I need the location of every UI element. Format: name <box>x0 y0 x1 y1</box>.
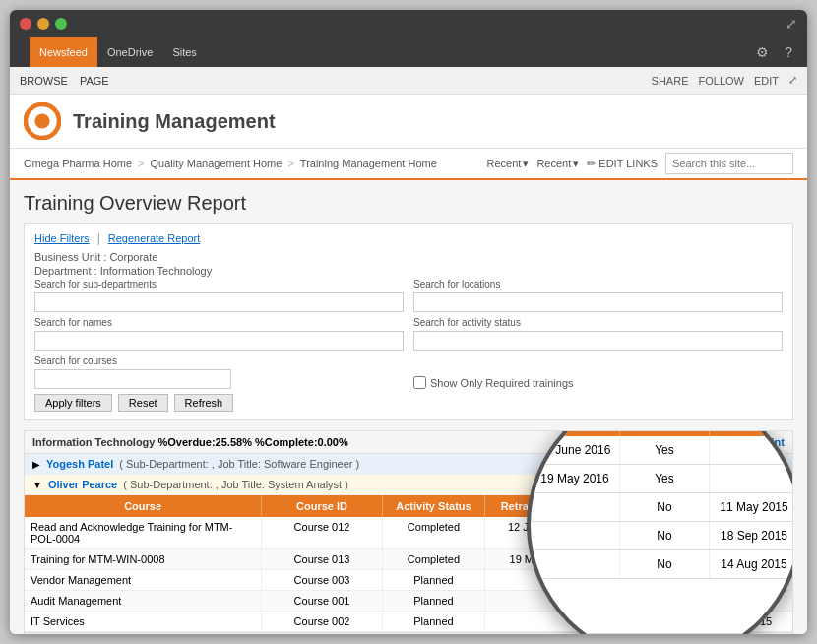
m-complete-4: No <box>620 550 710 578</box>
required-col: Show Only Required trainings <box>413 355 783 389</box>
td-courseid-2: Course 003 <box>262 570 383 590</box>
subdepts-col: Search for sub-departments <box>34 279 404 312</box>
minimize-button[interactable] <box>37 18 49 30</box>
locations-label: Search for locations <box>413 279 783 290</box>
close-button[interactable] <box>20 18 31 30</box>
focus-button[interactable]: ⤢ <box>788 74 797 87</box>
page-title: Training Overview Report <box>24 192 793 215</box>
edit-button[interactable]: EDIT <box>754 75 779 87</box>
follow-button[interactable]: FOLLOW <box>698 75 743 87</box>
summary-complete-val: 0.00 % (= 0/9*100) <box>481 633 595 634</box>
names-label: Search for names <box>34 317 404 328</box>
pct-overdue-label: %Overdue: <box>158 436 216 448</box>
names-col: Search for names <box>34 317 404 351</box>
employee-name-0[interactable]: Yogesh Patel <box>46 458 113 470</box>
breadcrumb-omega[interactable]: Omega Pharma Home <box>24 158 132 169</box>
toolbar: BROWSE PAGE SHARE FOLLOW EDIT ⤢ <box>10 67 807 95</box>
m-row-1: 19 May 2016 Yes <box>531 465 793 493</box>
nav-actions: Recent ▾ Recent ▾ ✏ EDIT LINKS <box>487 153 793 174</box>
th-status: Activity Status <box>383 495 485 517</box>
business-unit-label: Business Unit : Corporate <box>34 251 783 263</box>
m-complete-0: Yes <box>620 436 710 464</box>
settings-icon[interactable]: ⚙ <box>751 44 774 60</box>
breadcrumb-quality[interactable]: Quality Management Home <box>150 158 282 169</box>
maximize-button[interactable] <box>55 18 67 30</box>
nav-newsfeed[interactable]: Newsfeed <box>30 37 97 67</box>
magnify-overlay: Retraining Date Complete? Due Date 12 Ju… <box>527 430 793 634</box>
employee-detail-1: ( Sub-Department: , Job Title: System An… <box>123 479 348 490</box>
subdepts-input[interactable] <box>34 292 404 312</box>
page-button[interactable]: PAGE <box>80 75 109 87</box>
td-status-3: Planned <box>383 591 485 611</box>
td-status-2: Planned <box>383 570 485 590</box>
activity-label: Search for activity status <box>413 317 783 328</box>
m-row-0: 12 June 2016 Yes <box>531 436 793 465</box>
nav-breadcrumb: Omega Pharma Home > Quality Management H… <box>10 149 807 180</box>
hide-filters-link[interactable]: Hide Filters <box>34 232 90 244</box>
td-status-4: Planned <box>383 612 485 631</box>
employee-arrow-1[interactable]: ▼ <box>32 480 42 490</box>
m-retrain-2 <box>531 493 620 521</box>
employee-name-1[interactable]: Oliver Pearce <box>48 479 117 490</box>
title-bar: ⤢ <box>10 10 807 37</box>
magnify-rows: 12 June 2016 Yes 19 May 2016 Yes No <box>531 436 793 633</box>
breadcrumb-sep2: > <box>287 158 293 169</box>
share-button[interactable]: SHARE <box>652 75 689 87</box>
m-row-4: No 14 Aug 2015 <box>531 550 793 579</box>
breadcrumb-training[interactable]: Training Management Home <box>300 158 437 169</box>
recent1-button[interactable]: Recent ▾ <box>487 158 530 170</box>
filter-actions: Hide Filters | Regenerate Report <box>34 231 783 245</box>
breadcrumb-sep1: > <box>138 158 144 169</box>
search-input[interactable] <box>665 153 793 174</box>
magnify-inner: Retraining Date Complete? Due Date 12 Ju… <box>531 430 793 634</box>
td-course-2: Vendor Management <box>25 570 262 590</box>
activity-col: Search for activity status <box>413 317 783 351</box>
apply-filters-button[interactable]: Apply filters <box>34 394 112 412</box>
m-retrain-1: 19 May 2016 <box>531 465 620 492</box>
names-input[interactable] <box>34 331 404 351</box>
filters-area: Hide Filters | Regenerate Report Busines… <box>24 223 793 420</box>
browse-button[interactable]: BROWSE <box>20 75 68 87</box>
courses-input[interactable] <box>34 369 231 389</box>
m-duedate-3: 18 Sep 2015 <box>710 522 793 549</box>
regenerate-link[interactable]: Regenerate Report <box>108 232 201 244</box>
m-duedate-1 <box>710 465 793 492</box>
help-icon[interactable]: ? <box>780 44 797 60</box>
top-nav-links: Newsfeed OneDrive Sites <box>30 37 207 67</box>
filter-row1: Search for sub-departments Search for lo… <box>34 279 783 312</box>
td-courseid-1: Course 013 <box>262 549 383 569</box>
nav-onedrive[interactable]: OneDrive <box>97 37 162 67</box>
expand-icon[interactable]: ⤢ <box>786 16 797 32</box>
td-courseid-4: Course 002 <box>262 612 383 631</box>
subdepts-label: Search for sub-departments <box>34 279 404 290</box>
refresh-button[interactable]: Refresh <box>174 394 234 412</box>
locations-input[interactable] <box>413 292 783 312</box>
site-logo <box>24 102 61 140</box>
td-course-0: Read and Acknowledge Training for MTM-PO… <box>25 517 262 548</box>
m-retrain-4 <box>531 550 620 578</box>
m-duedate-2: 11 May 2015 <box>710 493 793 521</box>
activity-input[interactable] <box>413 331 783 351</box>
site-header: Training Management <box>10 95 807 149</box>
td-course-1: Training for MTM-WIN-0008 <box>25 549 262 569</box>
reset-button[interactable]: Reset <box>118 394 168 412</box>
main-window: ⤢ Newsfeed OneDrive Sites ⚙ ? BROWSE PAG… <box>10 10 807 634</box>
report-area: Information Technology %Overdue: 25.58% … <box>24 430 793 634</box>
m-duedate-4: 14 Aug 2015 <box>710 550 793 578</box>
m-complete-3: No <box>620 522 710 549</box>
m-retrain-3 <box>531 522 620 549</box>
required-checkbox[interactable] <box>413 376 426 389</box>
filter-buttons: Apply filters Reset Refresh <box>34 394 783 412</box>
employee-arrow-0[interactable]: ▶ <box>32 459 40 470</box>
pct-overdue-val: 25.58% <box>216 436 252 448</box>
m-row-2: No 11 May 2015 <box>531 493 793 522</box>
top-nav: Newsfeed OneDrive Sites ⚙ ? <box>10 37 807 67</box>
edit-links-button[interactable]: ✏ EDIT LINKS <box>587 158 658 170</box>
department-label: Department : Information Technology <box>34 265 783 277</box>
site-title: Training Management <box>73 110 276 133</box>
summary-label: Employee Summary ( for Oliver Pearce ) <box>25 633 378 634</box>
nav-sites[interactable]: Sites <box>162 37 206 67</box>
recent2-button[interactable]: Recent ▾ <box>536 158 579 170</box>
td-course-3: Audit Management <box>25 591 262 611</box>
td-courseid-0: Course 012 <box>262 517 383 548</box>
